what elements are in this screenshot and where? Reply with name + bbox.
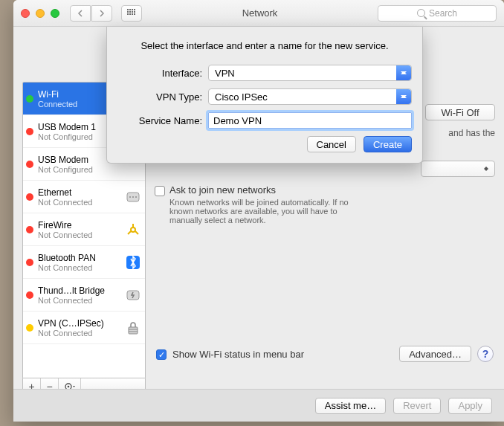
chevron-right-icon <box>98 10 106 17</box>
status-dot-icon <box>26 259 33 266</box>
service-name-input[interactable] <box>208 112 412 129</box>
thunderbolt-icon <box>124 286 142 304</box>
vpn-type-label: VPN Type: <box>117 91 208 103</box>
turn-wifi-off-button[interactable]: Wi-Fi Off <box>425 104 495 120</box>
cancel-button[interactable]: Cancel <box>307 136 356 152</box>
help-button[interactable]: ? <box>477 346 494 362</box>
service-status: Not Connected <box>38 230 120 239</box>
svg-point-15 <box>67 385 69 387</box>
updown-icon <box>481 164 491 174</box>
status-dot-icon <box>26 95 33 103</box>
interface-label: Interface: <box>117 68 208 79</box>
window-title: Network <box>148 7 372 19</box>
status-dot-icon <box>26 161 33 168</box>
chevron-left-icon <box>77 10 84 17</box>
interface-value: VPN <box>215 68 235 79</box>
svg-rect-11 <box>129 327 138 334</box>
create-button[interactable]: Create <box>364 136 412 152</box>
lock-icon <box>124 319 142 337</box>
assist-me-button[interactable]: Assist me… <box>315 398 386 414</box>
service-vpn-ipsec[interactable]: VPN (C…IPSec)Not Connected <box>23 312 145 344</box>
service-firewire[interactable]: FireWireNot Connected <box>23 213 145 246</box>
footer: Assist me… Revert Apply <box>13 389 504 422</box>
updown-icon <box>396 89 411 104</box>
show-wifi-menubar-checkbox[interactable]: ✓ <box>156 349 167 360</box>
svg-point-2 <box>129 196 131 198</box>
network-name-select[interactable] <box>421 161 495 177</box>
status-dot-icon <box>26 324 33 332</box>
close-window-button[interactable] <box>21 9 30 18</box>
service-name: Ethernet <box>38 187 120 198</box>
firewire-icon <box>124 221 142 239</box>
status-text-fragment: and has the <box>448 128 495 138</box>
advanced-button[interactable]: Advanced… <box>399 346 471 362</box>
zoom-window-button[interactable] <box>51 9 59 18</box>
bluetooth-icon <box>124 254 142 271</box>
search-input[interactable]: Search <box>378 5 497 22</box>
service-bluetooth-pan[interactable]: Bluetooth PANNot Connected <box>23 246 145 279</box>
service-name-label: Service Name: <box>117 115 208 126</box>
service-status: Not Connected <box>38 263 120 272</box>
nav-group <box>70 5 112 22</box>
show-all-button[interactable] <box>121 5 142 22</box>
status-dot-icon <box>26 193 33 201</box>
updown-icon <box>396 65 411 80</box>
grid-icon <box>127 9 136 18</box>
ask-to-join-help: Known networks will be joined automatica… <box>169 198 370 225</box>
service-name: FireWire <box>38 220 120 230</box>
sheet-heading: Select the interface and enter a name fo… <box>117 40 412 51</box>
ethernet-icon <box>124 188 142 206</box>
titlebar: Network Search <box>13 0 504 27</box>
svg-line-8 <box>135 231 138 234</box>
forward-button[interactable] <box>91 5 112 22</box>
revert-button[interactable]: Revert <box>393 398 441 414</box>
network-prefs-window: Network Search Wi-FiConnected USB Modem … <box>13 0 504 422</box>
back-button[interactable] <box>70 5 91 22</box>
svg-point-4 <box>135 196 137 198</box>
service-thunderbolt-bridge[interactable]: Thund…lt BridgeNot Connected <box>23 279 145 312</box>
svg-line-7 <box>128 231 131 234</box>
search-icon <box>417 9 425 17</box>
status-dot-icon <box>26 291 33 299</box>
svg-point-3 <box>132 196 134 198</box>
vpn-type-select[interactable]: Cisco IPSec <box>208 88 412 105</box>
ask-to-join-label: Ask to join new networks <box>169 184 276 196</box>
interface-select[interactable]: VPN <box>208 65 412 81</box>
ask-to-join-checkbox[interactable] <box>155 186 165 196</box>
show-wifi-menubar-label: Show Wi-Fi status in menu bar <box>172 349 304 360</box>
svg-point-5 <box>131 227 135 232</box>
search-placeholder: Search <box>429 8 457 19</box>
service-status: Not Connected <box>38 329 120 338</box>
status-dot-icon <box>26 226 33 233</box>
service-status: Not Connected <box>38 296 120 305</box>
service-name: Thund…lt Bridge <box>38 285 120 296</box>
service-name: Bluetooth PAN <box>38 253 120 263</box>
service-status: Not Configured <box>38 165 142 174</box>
service-status: Not Connected <box>38 198 120 207</box>
new-service-sheet: Select the interface and enter a name fo… <box>106 27 423 164</box>
status-dot-icon <box>26 128 33 135</box>
service-ethernet[interactable]: EthernetNot Connected <box>23 181 145 213</box>
minimize-window-button[interactable] <box>36 9 45 18</box>
service-name: VPN (C…IPSec) <box>38 318 120 329</box>
apply-button[interactable]: Apply <box>448 398 492 414</box>
vpn-type-value: Cisco IPSec <box>215 91 268 103</box>
